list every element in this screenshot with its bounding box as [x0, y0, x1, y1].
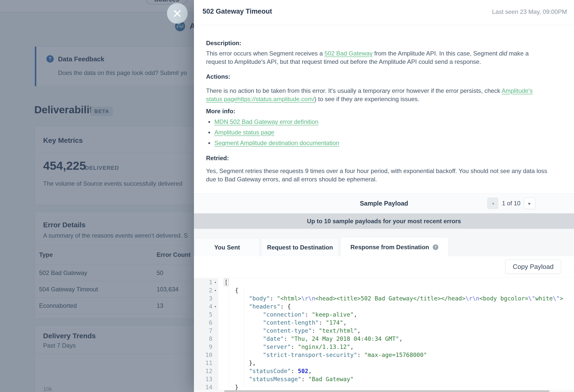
code-line: 12 "statusCode": 502,: [194, 367, 574, 375]
line-number-text: 10: [205, 352, 212, 358]
token-k: "strict-transport-security": [263, 352, 357, 358]
bullet-icon: •: [208, 119, 210, 125]
code-line: 4▾ "headers": {: [194, 302, 574, 311]
fold-toggle-icon[interactable]: ▾: [212, 280, 218, 284]
token-p: ,: [357, 327, 361, 334]
line-number: 5: [194, 311, 218, 318]
code-line: 7 "content-type": "text/html",: [194, 327, 574, 335]
scrollbar-thumb[interactable]: [224, 390, 550, 392]
line-number: 8: [194, 335, 218, 342]
list-item: •Amplitude status page: [208, 127, 339, 138]
fold-toggle-icon[interactable]: ▾: [212, 288, 218, 292]
code-text: },: [218, 360, 256, 366]
code-text: "statusMessage": "Bad Gateway": [218, 376, 354, 382]
tab-response-from-destination[interactable]: Response from Destination?: [340, 237, 448, 257]
token-k: "content-length": [263, 319, 319, 326]
previous-payload-button[interactable]: ◂: [487, 198, 498, 209]
line-number: 1▾: [194, 279, 218, 286]
token-p: ,: [399, 335, 403, 342]
code-lines: 1▾[2▾ {3 "body": "<html>\r\n<head><title…: [194, 278, 574, 390]
code-text: {: [218, 287, 238, 294]
token-k: "content-type": [263, 327, 312, 334]
token-b: },: [249, 360, 256, 366]
token-n: 502: [298, 368, 308, 374]
token-k: "statusMessage": [249, 376, 301, 382]
sample-payload-banner: Up to 10 sample payloads for your most r…: [194, 213, 574, 229]
token-s: white: [535, 295, 553, 302]
token-e: \r\n: [466, 295, 479, 302]
code-text: "date": "Thu, 24 May 2018 04:40:34 GMT",: [218, 335, 403, 342]
copy-payload-button[interactable]: Copy Payload: [505, 260, 561, 274]
more-info-link[interactable]: Amplitude status page: [214, 129, 274, 136]
token-p: :: [284, 335, 291, 342]
line-number: 9: [194, 344, 218, 350]
token-p: :: [312, 327, 319, 334]
code-line: 11 },: [194, 359, 574, 367]
divider: [194, 25, 574, 25]
line-number-text: 8: [209, 335, 212, 342]
token-bx: [: [224, 279, 228, 286]
tab-request-to-destination[interactable]: Request to Destination: [261, 238, 339, 257]
payload-tab-content: Copy Payload 1▾[2▾ {3 "body": "<html>\r\…: [194, 256, 574, 392]
code-text: "server": "nginx/1.13.12",: [218, 344, 354, 350]
text-run: There is no action to be taken from this…: [206, 87, 502, 94]
token-p: :: [291, 368, 298, 374]
code-line: 5 "connection": "keep-alive",: [194, 311, 574, 319]
line-number: 7: [194, 327, 218, 334]
text-run: ) to see if they are experiencing issues…: [314, 96, 419, 102]
token-e: \": [528, 295, 535, 302]
token-k: "body": [249, 295, 270, 302]
fold-toggle-icon[interactable]: ▾: [212, 304, 218, 309]
last-seen-timestamp: Last seen 23 May, 09:00PM: [492, 8, 567, 15]
token-k: "statusCode": [249, 368, 291, 374]
token-k: "connection": [263, 311, 305, 318]
line-number: 14: [194, 384, 218, 390]
description-label: Description:: [206, 40, 241, 47]
list-item: •MDN 502 Bad Gateway error definition: [208, 117, 339, 127]
inline-link[interactable]: 502 Bad Gateway: [325, 50, 373, 57]
line-number-text: 12: [205, 368, 212, 374]
code-line: 8 "date": "Thu, 24 May 2018 04:40:34 GMT…: [194, 335, 574, 343]
line-number: 2▾: [194, 287, 218, 294]
more-info-label: More info:: [206, 108, 235, 115]
tab-label: Request to Destination: [267, 244, 333, 251]
line-number-text: 4: [209, 303, 212, 310]
token-p: :: [319, 319, 326, 326]
panel-title: 502 Gateway Timeout: [203, 8, 272, 15]
line-number-text: 11: [205, 360, 212, 366]
divider: [194, 277, 574, 277]
line-number: 10: [194, 352, 218, 358]
token-s: "nginx/1.13.12": [298, 344, 350, 350]
overlay-scrim[interactable]: [0, 0, 194, 392]
actions-paragraph: There is no action to be taken from this…: [206, 87, 550, 103]
horizontal-scrollbar: [194, 390, 574, 392]
code-text: "strict-transport-security": "max-age=15…: [218, 352, 427, 358]
tab-you-sent[interactable]: You Sent: [194, 238, 260, 257]
code-line: 1▾[: [194, 278, 574, 286]
retried-paragraph: Yes, Segment retries these requests 9 ti…: [206, 167, 553, 183]
line-number: 6: [194, 319, 218, 326]
text-run: from the Amplitude API. In this case, Se…: [372, 50, 499, 57]
screen: Sources A ? Data Feedback Does the data …: [0, 0, 574, 392]
more-info-link[interactable]: MDN 502 Bad Gateway error definition: [214, 118, 318, 125]
close-button[interactable]: [167, 3, 188, 24]
help-icon[interactable]: ?: [433, 244, 438, 250]
token-s: >: [560, 295, 563, 302]
tab-label: Response from Destination: [350, 244, 429, 251]
token-p: :: [291, 344, 298, 350]
line-number-text: 1: [209, 279, 212, 286]
code-text: "content-type": "text/html",: [218, 327, 361, 334]
token-b: }: [235, 384, 239, 390]
next-payload-button[interactable]: ▸: [524, 198, 535, 209]
token-k: "date": [263, 335, 284, 342]
code-line: 3 "body": "<html>\r\n<head><title>502 Ba…: [194, 294, 574, 302]
bullet-icon: •: [208, 129, 210, 136]
payload-page-indicator: 1 of 10: [501, 200, 521, 207]
code-line: 13 "statusMessage": "Bad Gateway": [194, 375, 574, 383]
token-p: :: [280, 303, 288, 310]
token-p: :: [301, 376, 308, 382]
payload-code-viewer: 1▾[2▾ {3 "body": "<html>\r\n<head><title…: [194, 278, 574, 390]
line-number-text: 9: [209, 344, 212, 350]
code-text: "content-length": "174",: [218, 319, 347, 326]
more-info-link[interactable]: Segment Amplitude destination documentat…: [214, 139, 339, 147]
